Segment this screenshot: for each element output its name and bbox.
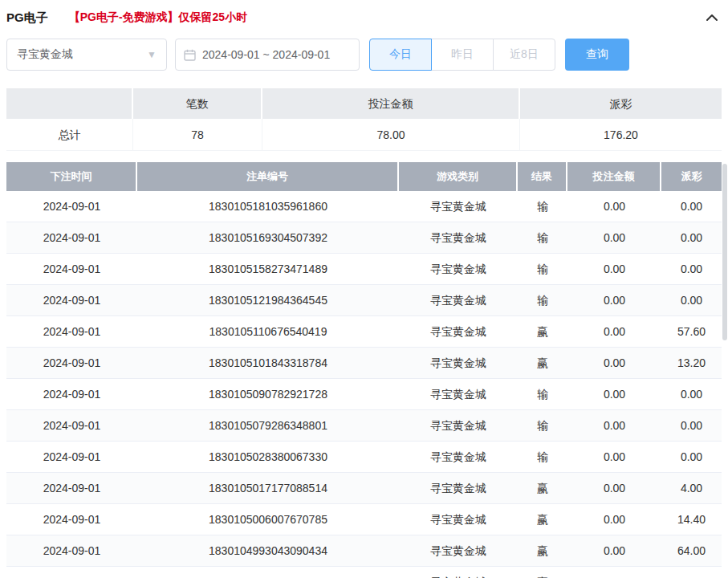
cell-game-type: 寻宝黄金城 (399, 254, 518, 284)
cell-payout: 0.00 (661, 254, 722, 284)
cell-game-type: 寻宝黄金城 (399, 222, 518, 253)
summary-header-count: 笔数 (133, 88, 262, 119)
page-title: PG电子 (6, 10, 48, 26)
bet-table-header: 下注时间 注单编号 游戏类别 结果 投注金额 派彩 (6, 162, 722, 191)
bet-records-table: 下注时间 注单编号 游戏类别 结果 投注金额 派彩 2024-09-01 183… (6, 162, 722, 578)
cell-bet-amount: 0.00 (567, 254, 661, 284)
cell-game-type: 寻宝黄金城 (399, 442, 518, 472)
chevron-down-icon: ▼ (147, 49, 157, 60)
summary-payout-value: 176.20 (520, 119, 722, 151)
today-button[interactable]: 今日 (369, 39, 432, 71)
cell-result: 赢 (518, 473, 567, 503)
date-range-value: 2024-09-01 ~ 2024-09-01 (202, 48, 330, 61)
date-range-input[interactable]: 2024-09-01 ~ 2024-09-01 (175, 39, 360, 71)
query-button[interactable]: 查询 (565, 39, 629, 71)
summary-count-value: 78 (133, 119, 262, 151)
cell-bet-time: 2024-09-01 (6, 316, 137, 347)
cell-order-id: 1830105121984364545 (137, 285, 399, 315)
cell-bet-time: 2024-09-01 (6, 379, 137, 409)
scrollbar-thumb[interactable] (722, 164, 727, 340)
cell-result: 输 (518, 254, 567, 284)
game-select[interactable]: 寻宝黄金城 ▼ (6, 39, 167, 71)
col-header-bet-amount: 投注金额 (567, 162, 661, 191)
cell-payout: 13.20 (661, 348, 722, 378)
cell-bet-amount: 0.00 (567, 348, 661, 378)
cell-order-id: 1830105169304507392 (137, 222, 399, 253)
cell-bet-time: 2024-09-01 (6, 504, 137, 535)
cell-order-id: 1830105110676540419 (137, 316, 399, 347)
col-header-bet-time: 下注时间 (6, 162, 137, 191)
betting-records-page: PG电子 【PG电子-免费游戏】仅保留25小时 寻宝黄金城 ▼ 2024-09-… (0, 0, 728, 578)
cell-payout: 0.00 (661, 222, 722, 253)
cell-order-id: 1830105090782921728 (137, 379, 399, 409)
table-row: 2024-09-01 1830105079286348801 寻宝黄金城 输 0… (6, 410, 722, 442)
cell-result: 赢 (518, 535, 567, 566)
cell-game-type: 寻宝黄金城 (399, 535, 518, 566)
scrollbar-track[interactable] (722, 164, 727, 578)
table-row: 2024-09-01 1830105110676540419 寻宝黄金城 赢 0… (6, 316, 722, 348)
cell-payout: 0.00 (661, 410, 722, 441)
cell-bet-time: 2024-09-01 (6, 285, 137, 315)
cell-order-id: 1830104993043090434 (137, 535, 399, 566)
summary-header-bet: 投注金额 (262, 88, 520, 119)
table-row: 2024-09-01 1830105101843318784 寻宝黄金城 赢 0… (6, 348, 722, 379)
table-row: 2024-09-01 1830105006007670785 寻宝黄金城 赢 0… (6, 504, 722, 535)
table-row: 2024-09-01 1830105121984364545 寻宝黄金城 输 0… (6, 285, 722, 316)
last8days-button[interactable]: 近8日 (493, 39, 555, 71)
cell-order-id: 1830105181035961860 (137, 191, 399, 222)
cell-bet-amount: 0.00 (567, 222, 661, 253)
cell-result: 输 (518, 191, 567, 222)
cell-game-type: 寻宝黄金城 (399, 473, 518, 503)
cell-bet-amount: 0.00 (567, 191, 661, 222)
cell-result: 输 (518, 285, 567, 315)
table-row: 2024-09-01 1830105028380067330 寻宝黄金城 输 0… (6, 442, 722, 473)
cell-result: 输 (518, 410, 567, 441)
cell-result: 赢 (518, 504, 567, 535)
yesterday-button[interactable]: 昨日 (431, 39, 494, 71)
cell-game-type: 寻宝黄金城 (399, 504, 518, 535)
table-row: 2024-09-01 1830105090782921728 寻宝黄金城 输 0… (6, 379, 722, 410)
summary-bet-value: 78.00 (262, 119, 520, 151)
game-select-value: 寻宝黄金城 (17, 47, 73, 62)
cell-bet-amount: 0.00 (567, 285, 661, 315)
col-header-result: 结果 (518, 162, 567, 191)
cell-payout: 14.40 (661, 504, 722, 535)
cell-order-id: 1830105101843318784 (137, 348, 399, 378)
retention-notice: 【PG电子-免费游戏】仅保留25小时 (69, 10, 247, 25)
cell-bet-amount: 0.00 (567, 410, 661, 441)
cell-result: 赢 (518, 348, 567, 378)
cell-bet-amount: 0.00 (567, 567, 661, 578)
cell-order-id: 1830105079286348801 (137, 410, 399, 441)
cell-game-type: 寻宝黄金城 (399, 285, 518, 315)
cell-bet-amount: 0.00 (567, 316, 661, 347)
cell-result: 输 (518, 222, 567, 253)
summary-total-label: 总计 (6, 119, 133, 151)
cell-result: 赢 (518, 567, 567, 578)
cell-game-type: 寻宝黄金城 (399, 316, 518, 347)
cell-payout: 64.00 (661, 535, 722, 566)
cell-bet-time: 2024-09-01 (6, 348, 137, 378)
cell-payout: 0.00 (661, 379, 722, 409)
cell-order-id: 1830105017177088514 (137, 473, 399, 503)
cell-game-type: 寻宝黄金城 (399, 410, 518, 441)
cell-game-type: 寻宝黄金城 (399, 379, 518, 409)
cell-bet-time: 2024-09-01 (6, 222, 137, 253)
filter-bar: 寻宝黄金城 ▼ 2024-09-01 ~ 2024-09-01 今日 昨日 近8… (6, 39, 722, 71)
cell-bet-amount: 0.00 (567, 442, 661, 472)
table-row: 2024-09-01 1830105181035961860 寻宝黄金城 输 0… (6, 191, 722, 222)
summary-header-payout: 派彩 (520, 88, 722, 119)
col-header-order-id: 注单编号 (137, 162, 399, 191)
bet-table-body: 2024-09-01 1830105181035961860 寻宝黄金城 输 0… (6, 191, 722, 578)
cell-bet-amount: 0.00 (567, 504, 661, 535)
cell-bet-time: 2024-09-01 (6, 254, 137, 284)
cell-payout: 28.00 (661, 567, 722, 578)
cell-result: 输 (518, 442, 567, 472)
chevron-up-icon[interactable] (702, 8, 722, 27)
calendar-icon (184, 49, 196, 61)
cell-payout: 0.00 (661, 191, 722, 222)
cell-bet-amount: 0.00 (567, 535, 661, 566)
summary-header: 笔数 投注金额 派彩 (6, 88, 722, 119)
cell-result: 赢 (518, 316, 567, 347)
cell-result: 输 (518, 379, 567, 409)
table-row: 2024-09-01 1830105158273471489 寻宝黄金城 输 0… (6, 254, 722, 285)
